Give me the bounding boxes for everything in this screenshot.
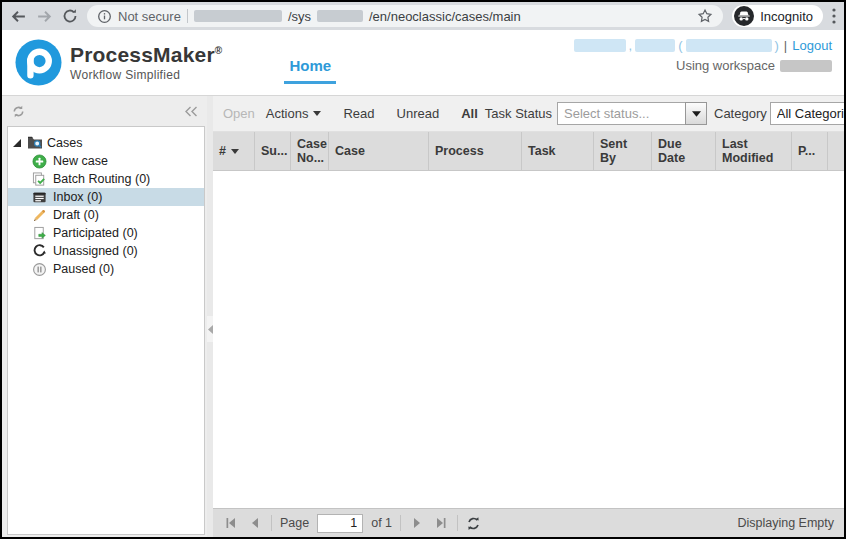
brand-registered-mark: ® bbox=[215, 45, 223, 56]
last-page-button[interactable] bbox=[433, 517, 449, 529]
first-page-button[interactable] bbox=[223, 517, 239, 529]
column-header-priority[interactable]: P... bbox=[792, 132, 828, 170]
sidebar-item-unassigned[interactable]: Unassigned (0) bbox=[8, 242, 204, 260]
sidebar-item-label: Participated (0) bbox=[53, 226, 138, 240]
page-of-label: of 1 bbox=[371, 516, 392, 530]
app-header: ProcessMaker® Workflow Simplified Home ,… bbox=[2, 30, 844, 96]
redacted-firstname bbox=[635, 39, 675, 52]
draft-pencil-icon bbox=[32, 207, 48, 223]
column-header-last-modified[interactable]: Last Modified bbox=[716, 132, 792, 170]
tree-node-cases[interactable]: Cases bbox=[8, 134, 204, 152]
paused-icon bbox=[32, 261, 48, 277]
page-number-input[interactable] bbox=[317, 514, 363, 533]
redacted-lastname bbox=[574, 39, 626, 52]
paging-toolbar: Page of 1 Displaying Empty bbox=[213, 508, 844, 537]
main-nav: Home bbox=[284, 57, 336, 75]
redacted-workspace-path bbox=[317, 10, 363, 22]
chevron-down-icon bbox=[313, 111, 321, 116]
task-status-input[interactable] bbox=[557, 102, 685, 125]
browser-toolbar: Not secure /sys /en/neoclassic/cases/mai… bbox=[2, 2, 844, 30]
collapse-panel-icon[interactable] bbox=[184, 105, 198, 118]
batch-routing-icon bbox=[32, 171, 48, 187]
panel-splitter[interactable] bbox=[207, 96, 213, 537]
cases-tree: Cases New case Batch Routing (0) bbox=[7, 126, 205, 535]
sidebar-item-label: Batch Routing (0) bbox=[53, 172, 150, 186]
refresh-grid-icon[interactable] bbox=[466, 516, 481, 531]
cases-folder-icon bbox=[27, 135, 43, 151]
sidebar-item-label: Draft (0) bbox=[53, 208, 99, 222]
incognito-label: Incognito bbox=[760, 9, 813, 24]
brand-tagline: Workflow Simplified bbox=[70, 68, 222, 82]
grid-body-empty bbox=[213, 171, 844, 508]
sidebar-item-new-case[interactable]: New case bbox=[8, 152, 204, 170]
sidebar: Cases New case Batch Routing (0) bbox=[2, 96, 207, 537]
page-label: Page bbox=[280, 516, 309, 530]
unread-button[interactable]: Unread bbox=[397, 106, 440, 121]
tree-refresh-icon[interactable] bbox=[11, 104, 26, 119]
column-header-task[interactable]: Task bbox=[522, 132, 594, 170]
column-header-case-number[interactable]: Case No... bbox=[291, 132, 329, 170]
open-button[interactable]: Open bbox=[223, 106, 255, 121]
logout-link[interactable]: Logout bbox=[792, 38, 832, 53]
browser-reload-button[interactable] bbox=[62, 8, 78, 24]
browser-back-button[interactable] bbox=[10, 8, 27, 25]
tree-node-label: Cases bbox=[47, 136, 82, 150]
workspace-label: Using workspace bbox=[676, 58, 775, 73]
redacted-username bbox=[686, 39, 772, 52]
brand-name: ProcessMaker® bbox=[70, 43, 222, 67]
column-header-due-date[interactable]: Due Date bbox=[652, 132, 716, 170]
column-header-number[interactable]: # bbox=[213, 132, 255, 170]
browser-menu-button[interactable] bbox=[832, 8, 836, 24]
sidebar-item-draft[interactable]: Draft (0) bbox=[8, 206, 204, 224]
participated-icon bbox=[32, 225, 48, 241]
cases-toolbar: Open Actions Read Unread All Task Status bbox=[213, 96, 844, 132]
sidebar-strip bbox=[2, 96, 207, 126]
expanded-caret-icon[interactable] bbox=[13, 139, 21, 147]
info-icon[interactable] bbox=[97, 9, 112, 24]
task-status-dropdown-button[interactable] bbox=[685, 102, 707, 125]
next-page-button[interactable] bbox=[409, 517, 425, 529]
column-header-stub bbox=[828, 132, 844, 170]
category-input[interactable] bbox=[770, 102, 844, 125]
task-status-label: Task Status bbox=[485, 106, 552, 121]
inbox-icon bbox=[32, 189, 48, 205]
sidebar-item-label: Unassigned (0) bbox=[53, 244, 138, 258]
read-button[interactable]: Read bbox=[343, 106, 374, 121]
url-segment-sys: /sys bbox=[288, 9, 311, 24]
sidebar-item-paused[interactable]: Paused (0) bbox=[8, 260, 204, 278]
unassigned-icon bbox=[32, 243, 48, 259]
incognito-icon bbox=[734, 6, 754, 26]
brand: ProcessMaker® Workflow Simplified bbox=[2, 30, 222, 86]
actions-menu-button[interactable]: Actions bbox=[266, 106, 322, 121]
prev-page-button[interactable] bbox=[247, 517, 263, 529]
omnibox-divider bbox=[187, 9, 188, 23]
column-header-summary[interactable]: Su... bbox=[255, 132, 291, 170]
browser-forward-button[interactable] bbox=[36, 8, 53, 25]
sidebar-item-participated[interactable]: Participated (0) bbox=[8, 224, 204, 242]
sidebar-item-label: New case bbox=[53, 154, 108, 168]
column-header-process[interactable]: Process bbox=[429, 132, 522, 170]
redacted-host bbox=[194, 10, 282, 22]
cases-panel: Open Actions Read Unread All Task Status bbox=[213, 96, 844, 537]
splitter-collapse-handle[interactable] bbox=[207, 316, 213, 342]
sidebar-item-label: Paused (0) bbox=[53, 262, 114, 276]
sidebar-item-batch-routing[interactable]: Batch Routing (0) bbox=[8, 170, 204, 188]
category-label: Category bbox=[714, 106, 767, 121]
not-secure-label: Not secure bbox=[118, 9, 181, 24]
bookmark-star-icon[interactable] bbox=[697, 8, 713, 24]
incognito-badge: Incognito bbox=[732, 5, 823, 27]
screen: Not secure /sys /en/neoclassic/cases/mai… bbox=[0, 0, 846, 539]
displaying-status: Displaying Empty bbox=[737, 516, 834, 530]
new-case-icon bbox=[32, 153, 48, 169]
all-button[interactable]: All bbox=[461, 106, 478, 121]
sidebar-item-inbox[interactable]: Inbox (0) bbox=[8, 188, 204, 206]
user-block: , () | Logout Using workspace bbox=[574, 30, 844, 73]
sidebar-item-label: Inbox (0) bbox=[53, 190, 102, 204]
column-header-sent-by[interactable]: Sent By bbox=[594, 132, 652, 170]
column-header-case[interactable]: Case bbox=[329, 132, 429, 170]
address-bar[interactable]: Not secure /sys /en/neoclassic/cases/mai… bbox=[87, 5, 723, 27]
url-segment-path: /en/neoclassic/cases/main bbox=[369, 9, 521, 24]
grid-header-row: # Su... Case No... Case Process Task Sen… bbox=[213, 132, 844, 171]
tab-home[interactable]: Home bbox=[284, 57, 336, 84]
column-menu-icon[interactable] bbox=[231, 149, 239, 154]
